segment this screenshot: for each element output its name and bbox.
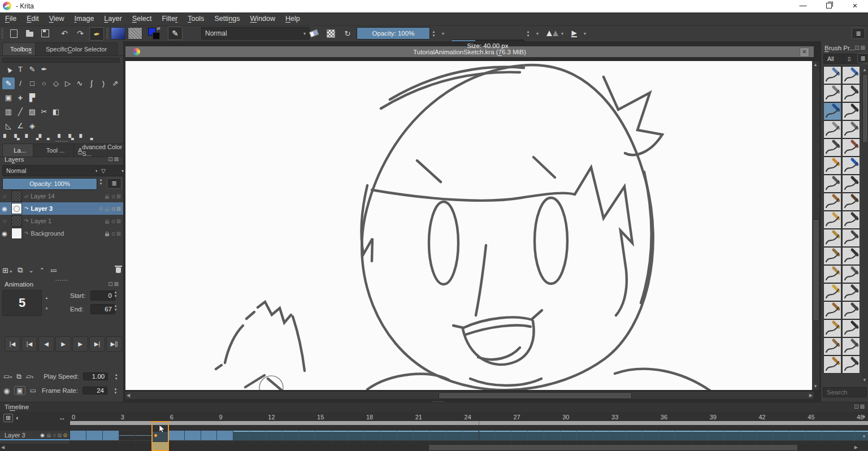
layers-docker-buttons[interactable]: ⊡⊠ bbox=[108, 156, 120, 162]
pattern-chooser-button[interactable] bbox=[128, 27, 142, 40]
alpha-lock-icon[interactable]: α bbox=[111, 193, 115, 200]
fill-tool-icon[interactable]: ◧ bbox=[50, 106, 62, 118]
redo-button[interactable]: ↷ bbox=[73, 27, 87, 40]
ruler-frame-cell[interactable] bbox=[643, 421, 659, 425]
timeline-docker-buttons[interactable]: ⊡⊠ bbox=[854, 404, 866, 410]
inherit-alpha-icon[interactable]: ▦ bbox=[116, 218, 121, 224]
menu-layer[interactable]: Layer bbox=[99, 12, 127, 23]
timeline-frame-cell[interactable] bbox=[233, 431, 250, 440]
menu-edit[interactable]: Edit bbox=[21, 12, 44, 23]
reference-images-tool-icon[interactable]: ◈ bbox=[26, 120, 38, 132]
ruler-frame-cell[interactable] bbox=[839, 421, 856, 425]
next-frame-button[interactable]: ▶ bbox=[72, 336, 88, 352]
pattern-edit-tool-icon[interactable]: ▨ bbox=[26, 106, 38, 118]
ruler-frame-cell[interactable] bbox=[283, 421, 300, 425]
brush-preset[interactable] bbox=[823, 138, 841, 157]
ruler-frame-cell[interactable] bbox=[217, 421, 234, 425]
bezier-curve-tool-icon[interactable]: ∿ bbox=[73, 77, 86, 89]
timeline-frame-cell[interactable] bbox=[86, 431, 103, 440]
horizontal-mirror-button[interactable] bbox=[545, 27, 559, 40]
ruler-frame-cell[interactable] bbox=[626, 421, 643, 425]
timeline-frame-cell[interactable] bbox=[757, 431, 773, 440]
ruler-frame-cell[interactable] bbox=[103, 421, 120, 425]
ruler-frame-cell[interactable] bbox=[855, 421, 868, 425]
add-duplicate-frame-button[interactable]: ▭ bbox=[30, 387, 36, 394]
ruler-frame-cell[interactable] bbox=[364, 421, 381, 425]
scroll-right-icon[interactable]: ▶ bbox=[854, 445, 858, 450]
brush-preset[interactable] bbox=[823, 301, 841, 319]
inherit-alpha-icon[interactable]: ▦ bbox=[116, 231, 121, 236]
ruler-frame-cell[interactable] bbox=[430, 421, 447, 425]
timeline-frame-cell[interactable] bbox=[103, 431, 119, 440]
layer-properties-button[interactable]: ≣ bbox=[107, 178, 121, 189]
opacity-slider[interactable]: Opacity: 100% bbox=[357, 27, 430, 40]
play-speed-input[interactable]: 1.00 bbox=[83, 372, 108, 380]
scroll-right-icon[interactable]: ▶ bbox=[809, 393, 813, 398]
ruler-frame-cell[interactable] bbox=[511, 421, 528, 425]
close-button[interactable]: × bbox=[842, 0, 868, 12]
lock-icon[interactable] bbox=[105, 221, 109, 224]
previous-frame-button[interactable]: ◀ bbox=[38, 336, 54, 352]
timeline-frame-cell[interactable] bbox=[839, 431, 855, 440]
duplicate-layer-button[interactable]: ⧉ bbox=[18, 266, 23, 275]
ruler-frame-cell[interactable] bbox=[136, 421, 153, 425]
frame-rate-input[interactable]: 24 bbox=[83, 387, 107, 394]
ruler-frame-cell[interactable] bbox=[414, 421, 431, 425]
mirror-v-dropdown[interactable]: ▾ bbox=[582, 27, 588, 40]
visible-eye-icon[interactable]: ◉ bbox=[0, 205, 9, 213]
start-spinner[interactable]: ▴▾ bbox=[112, 290, 119, 298]
canvas-v-scrollbar-thumb[interactable] bbox=[813, 219, 819, 321]
ruler-frame-cell[interactable] bbox=[593, 421, 610, 425]
brush-preset[interactable] bbox=[842, 102, 860, 120]
timeline-zoom-fit-button[interactable]: ↔ bbox=[59, 414, 66, 422]
layer-thumbnail[interactable] bbox=[11, 203, 22, 214]
toolbar-grip2[interactable] bbox=[106, 28, 108, 38]
play-speed-spinner[interactable]: ▴▾ bbox=[112, 373, 120, 380]
edit-shapes-tool-icon[interactable]: ✎ bbox=[26, 63, 38, 75]
timeline-frame-cell[interactable] bbox=[414, 431, 430, 440]
alpha-lock-icon[interactable]: α bbox=[53, 432, 56, 438]
freehand-path-tool-icon[interactable]: ∫ bbox=[85, 77, 98, 89]
timeline-frame-cell[interactable] bbox=[430, 431, 446, 440]
copy-frames-button[interactable]: ⧉ bbox=[16, 372, 21, 380]
open-document-button[interactable] bbox=[23, 27, 36, 40]
add-blank-frame-button[interactable]: ▣ bbox=[14, 386, 25, 395]
first-frame-button[interactable]: |◀ bbox=[5, 336, 20, 352]
timeline-frame-cell[interactable] bbox=[561, 431, 577, 440]
ruler-frame-cell[interactable] bbox=[659, 421, 676, 425]
brush-preset[interactable] bbox=[823, 84, 841, 102]
onion-skin-icon[interactable]: ⊙ bbox=[63, 432, 67, 438]
alpha-lock-icon[interactable]: α bbox=[111, 205, 115, 212]
polyline-tool-icon[interactable]: ▷ bbox=[62, 77, 74, 89]
hidden-eye-icon[interactable]: ○ bbox=[0, 218, 9, 224]
brush-preset[interactable] bbox=[823, 102, 841, 120]
brush-preset[interactable] bbox=[842, 138, 860, 157]
tab-la-[interactable]: La... bbox=[2, 144, 37, 157]
brush-presets-button[interactable] bbox=[185, 27, 199, 40]
menu-tools[interactable]: Tools bbox=[183, 12, 209, 23]
alpha-lock-icon[interactable]: α bbox=[111, 218, 115, 224]
ruler-frame-cell[interactable] bbox=[70, 421, 87, 425]
layer-opacity-spinner[interactable]: ▴▾ bbox=[97, 178, 105, 185]
previous-keyframe-button[interactable]: |◀ bbox=[21, 336, 37, 352]
ruler-frame-cell[interactable] bbox=[201, 421, 218, 425]
ruler-frame-cell[interactable] bbox=[119, 421, 136, 425]
current-tool-button[interactable]: ✒ bbox=[89, 27, 104, 41]
ruler-frame-cell[interactable] bbox=[446, 421, 463, 425]
new-document-button[interactable] bbox=[7, 27, 20, 40]
vertical-mirror-button[interactable]: ▶ bbox=[567, 27, 581, 40]
gradient-tool-icon[interactable]: ▥ bbox=[2, 106, 15, 118]
dynamic-brush-tool-icon[interactable]: ) bbox=[97, 77, 110, 89]
onion-skin-button[interactable]: ◉ bbox=[3, 387, 10, 395]
timeline-frame-cell[interactable] bbox=[299, 431, 315, 440]
brush-preset[interactable] bbox=[823, 120, 841, 138]
menu-help[interactable]: Help bbox=[280, 12, 305, 23]
brush-preset[interactable] bbox=[842, 247, 860, 265]
layer-thumbnail[interactable] bbox=[11, 215, 22, 227]
current-frame-display[interactable]: 5 bbox=[2, 290, 42, 316]
timeline-frame-cell[interactable] bbox=[332, 431, 348, 440]
timeline-frame-cell[interactable] bbox=[626, 431, 643, 440]
scroll-down-icon[interactable]: ▼ bbox=[813, 384, 818, 389]
measure-tool-icon[interactable]: ∠ bbox=[14, 120, 27, 132]
ruler-frame-cell[interactable] bbox=[266, 421, 283, 425]
